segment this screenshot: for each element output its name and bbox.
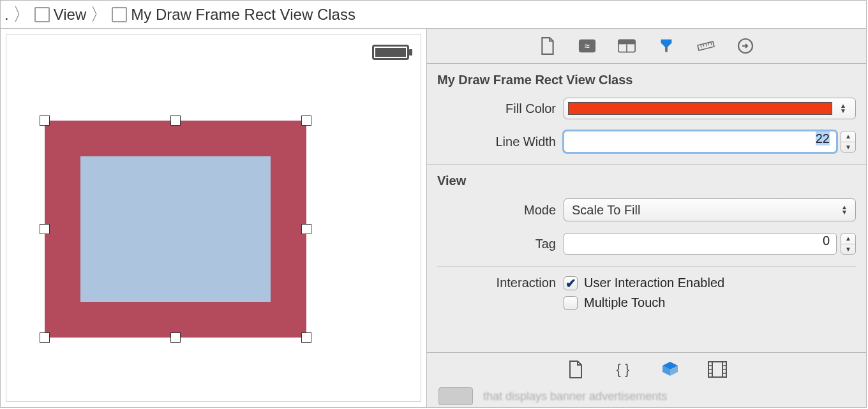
tag-field[interactable]: 0 bbox=[564, 233, 837, 255]
view-icon bbox=[112, 7, 127, 22]
inspector-tabbar: ≈ bbox=[427, 29, 866, 64]
multiple-touch-checkbox[interactable] bbox=[564, 296, 578, 310]
quick-help-tab-icon[interactable]: ≈ bbox=[578, 37, 596, 55]
mode-label: Mode bbox=[437, 203, 564, 218]
media-library-tab-icon[interactable] bbox=[708, 360, 727, 379]
breadcrumb-item-view[interactable]: View bbox=[34, 6, 87, 24]
code-snippet-tab-icon[interactable]: { } bbox=[613, 360, 632, 379]
battery-icon bbox=[372, 45, 409, 60]
identity-tab-icon[interactable] bbox=[618, 37, 636, 55]
multiple-touch-label: Multiple Touch bbox=[584, 295, 665, 310]
resize-handle[interactable] bbox=[170, 332, 181, 343]
object-library-tab-icon[interactable] bbox=[661, 360, 680, 379]
svg-rect-5 bbox=[665, 47, 668, 52]
stepper-up-icon[interactable]: ▲ bbox=[841, 234, 855, 244]
connections-tab-icon[interactable] bbox=[737, 37, 754, 55]
breadcrumb[interactable]: . 〉 View 〉 My Draw Frame Rect View Class bbox=[1, 1, 866, 29]
line-width-field[interactable]: 22 bbox=[564, 131, 837, 152]
resize-handle[interactable] bbox=[40, 224, 50, 234]
resize-handle[interactable] bbox=[40, 115, 50, 126]
inner-rect bbox=[80, 156, 271, 302]
view-section: View Mode Scale To Fill ▲▼ Tag bbox=[427, 165, 866, 327]
library-item-desc: that displays banner advertisements bbox=[483, 390, 667, 403]
svg-rect-6 bbox=[698, 41, 714, 50]
user-interaction-label: User Interaction Enabled bbox=[584, 276, 724, 290]
size-tab-icon[interactable] bbox=[697, 37, 715, 55]
custom-class-section: My Draw Frame Rect View Class Fill Color… bbox=[427, 64, 866, 165]
line-width-stepper[interactable]: ▲ ▼ bbox=[841, 131, 856, 152]
breadcrumb-item-class[interactable]: My Draw Frame Rect View Class bbox=[112, 6, 355, 24]
canvas-pane[interactable] bbox=[1, 29, 427, 407]
resize-handle[interactable] bbox=[301, 332, 311, 343]
breadcrumb-label: View bbox=[54, 6, 87, 24]
section-title: View bbox=[437, 174, 856, 188]
library-list-clip: that displays banner advertisements bbox=[427, 385, 866, 407]
svg-line-7 bbox=[701, 45, 701, 48]
stepper-down-icon[interactable]: ▼ bbox=[841, 244, 855, 255]
interaction-label: Interaction bbox=[437, 276, 564, 290]
file-tab-icon[interactable] bbox=[539, 37, 557, 55]
resize-handle[interactable] bbox=[301, 115, 311, 126]
chevron-right-icon: 〉 bbox=[89, 3, 109, 27]
attributes-tab-icon[interactable] bbox=[657, 37, 675, 55]
file-template-tab-icon[interactable] bbox=[566, 360, 585, 379]
view-icon bbox=[34, 7, 50, 22]
chevron-right-icon: 〉 bbox=[11, 3, 32, 27]
svg-line-11 bbox=[711, 42, 712, 45]
mode-value: Scale To Fill bbox=[572, 203, 640, 218]
section-title: My Draw Frame Rect View Class bbox=[437, 73, 856, 87]
line-width-label: Line Width bbox=[437, 135, 564, 149]
library-item-icon bbox=[438, 387, 473, 405]
resize-handle[interactable] bbox=[170, 115, 181, 126]
resize-handle[interactable] bbox=[301, 224, 311, 234]
library-tabbar: { } bbox=[427, 352, 866, 385]
device-canvas[interactable] bbox=[6, 34, 421, 402]
selected-view[interactable] bbox=[45, 121, 306, 338]
breadcrumb-prefix: . bbox=[4, 6, 9, 24]
tag-stepper[interactable]: ▲ ▼ bbox=[841, 233, 856, 255]
svg-text:≈: ≈ bbox=[585, 41, 590, 51]
resize-handle[interactable] bbox=[40, 332, 50, 343]
stepper-down-icon[interactable]: ▼ bbox=[841, 142, 855, 152]
stepper-up-icon[interactable]: ▲ bbox=[841, 131, 855, 142]
svg-rect-3 bbox=[618, 40, 635, 44]
fill-color-label: Fill Color bbox=[437, 101, 564, 116]
caret-icon: ▲▼ bbox=[835, 103, 851, 114]
inspector-pane: ≈ My Draw Frame Rect View Class bbox=[427, 29, 866, 407]
fill-color-well[interactable]: ▲▼ bbox=[564, 98, 856, 119]
breadcrumb-label: My Draw Frame Rect View Class bbox=[131, 6, 355, 24]
user-interaction-checkbox[interactable]: ✔ bbox=[564, 276, 578, 290]
color-swatch bbox=[568, 102, 832, 115]
mode-popup[interactable]: Scale To Fill ▲▼ bbox=[564, 198, 856, 221]
tag-label: Tag bbox=[437, 237, 564, 251]
caret-icon: ▲▼ bbox=[841, 205, 848, 215]
svg-line-9 bbox=[706, 43, 707, 47]
